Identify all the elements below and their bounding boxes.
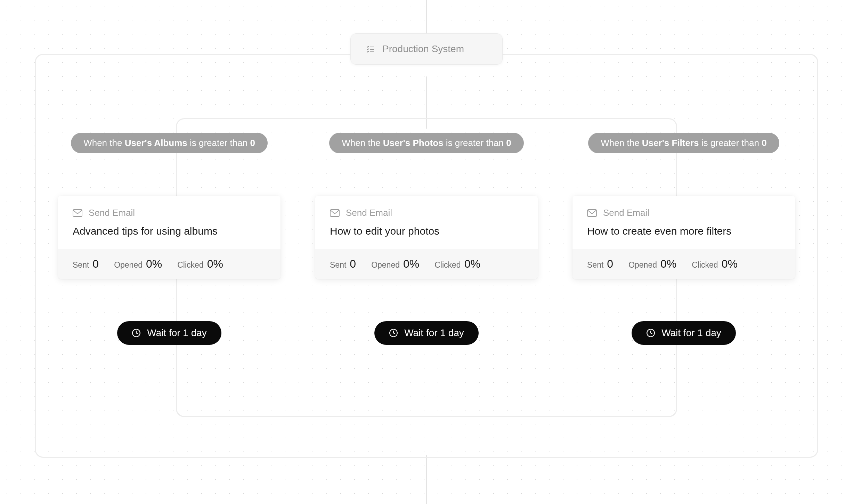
condition-pill[interactable]: When the User's Photos is greater than 0 bbox=[329, 133, 523, 153]
stat-label: Sent bbox=[587, 260, 603, 270]
stat-opened: Opened 0% bbox=[371, 258, 419, 270]
card-action: Send Email bbox=[89, 208, 135, 218]
envelope-icon bbox=[73, 209, 82, 217]
stat-opened: Opened 0% bbox=[628, 258, 676, 270]
stat-opened: Opened 0% bbox=[114, 258, 162, 270]
card-stats: Sent 0 Opened 0% Clicked 0% bbox=[315, 249, 538, 279]
condition-prefix: When the bbox=[83, 138, 125, 148]
svg-rect-5 bbox=[330, 210, 339, 217]
stat-value: 0 bbox=[92, 258, 99, 270]
email-card[interactable]: Send Email Advanced tips for using album… bbox=[58, 196, 281, 279]
clock-icon bbox=[389, 328, 398, 338]
condition-property: User's Photos bbox=[383, 138, 444, 148]
condition-pill[interactable]: When the User's Albums is greater than 0 bbox=[71, 133, 268, 153]
wait-pill[interactable]: Wait for 1 day bbox=[632, 321, 736, 345]
condition-prefix: When the bbox=[601, 138, 642, 148]
branches-row: When the User's Albums is greater than 0… bbox=[0, 133, 853, 345]
stat-label: Opened bbox=[114, 260, 143, 270]
svg-rect-3 bbox=[73, 210, 82, 217]
card-action: Send Email bbox=[603, 208, 649, 218]
stat-label: Clicked bbox=[177, 260, 203, 270]
stat-label: Sent bbox=[330, 260, 346, 270]
wait-pill[interactable]: Wait for 1 day bbox=[117, 321, 221, 345]
stat-label: Clicked bbox=[434, 260, 461, 270]
stat-value: 0% bbox=[660, 258, 676, 270]
stat-label: Opened bbox=[628, 260, 657, 270]
stat-value: 0% bbox=[146, 258, 162, 270]
connector-line-bottom bbox=[426, 455, 427, 504]
wait-label: Wait for 1 day bbox=[661, 327, 721, 339]
condition-property: User's Filters bbox=[642, 138, 699, 148]
card-header: Send Email bbox=[315, 196, 538, 218]
card-title: How to edit your photos bbox=[315, 218, 538, 249]
clock-icon bbox=[132, 328, 141, 338]
wait-pill[interactable]: Wait for 1 day bbox=[374, 321, 479, 345]
wait-label: Wait for 1 day bbox=[147, 327, 207, 339]
branch: When the User's Filters is greater than … bbox=[572, 133, 795, 345]
system-label: Production System bbox=[382, 43, 464, 55]
stat-value: 0% bbox=[403, 258, 419, 270]
stat-value: 0 bbox=[607, 258, 613, 270]
stat-value: 0% bbox=[464, 258, 480, 270]
stat-label: Opened bbox=[371, 260, 400, 270]
svg-rect-7 bbox=[587, 210, 596, 217]
condition-property: User's Albums bbox=[125, 138, 187, 148]
envelope-icon bbox=[587, 209, 597, 217]
clock-icon bbox=[646, 328, 655, 338]
wait-label: Wait for 1 day bbox=[404, 327, 464, 339]
card-stats: Sent 0 Opened 0% Clicked 0% bbox=[58, 249, 281, 279]
stat-value: 0% bbox=[722, 258, 738, 270]
card-action: Send Email bbox=[346, 208, 392, 218]
condition-value: 0 bbox=[250, 138, 255, 148]
branch: When the User's Albums is greater than 0… bbox=[58, 133, 281, 345]
card-title: How to create even more filters bbox=[572, 218, 795, 249]
condition-pill[interactable]: When the User's Filters is greater than … bbox=[588, 133, 779, 153]
condition-prefix: When the bbox=[342, 138, 383, 148]
stat-value: 0% bbox=[207, 258, 223, 270]
card-stats: Sent 0 Opened 0% Clicked 0% bbox=[572, 249, 795, 279]
envelope-icon bbox=[330, 209, 340, 217]
card-header: Send Email bbox=[572, 196, 795, 218]
stat-value: 0 bbox=[350, 258, 356, 270]
stat-label: Clicked bbox=[692, 260, 718, 270]
condition-value: 0 bbox=[506, 138, 511, 148]
stat-clicked: Clicked 0% bbox=[434, 258, 480, 270]
system-node[interactable]: Production System bbox=[350, 33, 503, 65]
stat-clicked: Clicked 0% bbox=[177, 258, 223, 270]
condition-operator: is greater than bbox=[444, 138, 506, 148]
stat-clicked: Clicked 0% bbox=[692, 258, 738, 270]
condition-value: 0 bbox=[762, 138, 766, 148]
email-card[interactable]: Send Email How to create even more filte… bbox=[572, 196, 795, 279]
stat-sent: Sent 0 bbox=[73, 258, 99, 270]
stat-sent: Sent 0 bbox=[587, 258, 613, 270]
card-title: Advanced tips for using albums bbox=[58, 218, 281, 249]
list-check-icon bbox=[366, 45, 375, 53]
stat-label: Sent bbox=[73, 260, 89, 270]
condition-operator: is greater than bbox=[187, 138, 250, 148]
card-header: Send Email bbox=[58, 196, 281, 218]
stat-sent: Sent 0 bbox=[330, 258, 356, 270]
branch: When the User's Photos is greater than 0… bbox=[315, 133, 538, 345]
condition-operator: is greater than bbox=[699, 138, 762, 148]
email-card[interactable]: Send Email How to edit your photos Sent … bbox=[315, 196, 538, 279]
connector-line-top bbox=[426, 0, 427, 35]
